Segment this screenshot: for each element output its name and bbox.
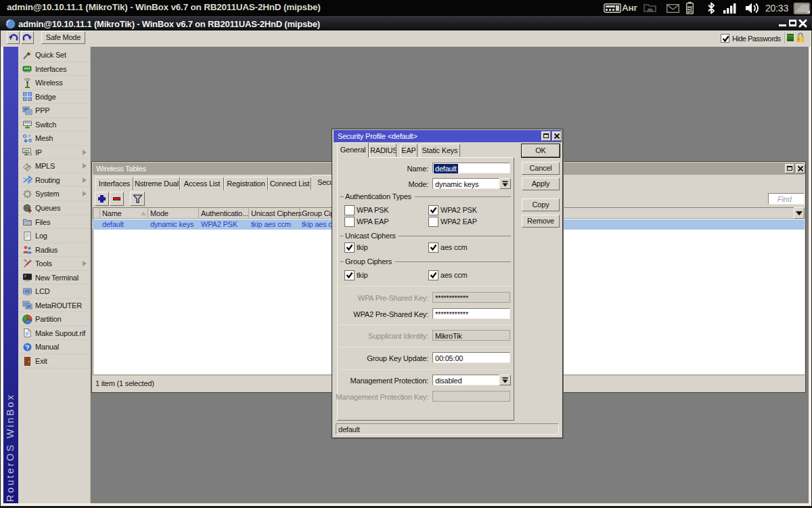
svg-text:?: ? — [26, 344, 29, 351]
svg-text:255: 255 — [24, 149, 30, 153]
